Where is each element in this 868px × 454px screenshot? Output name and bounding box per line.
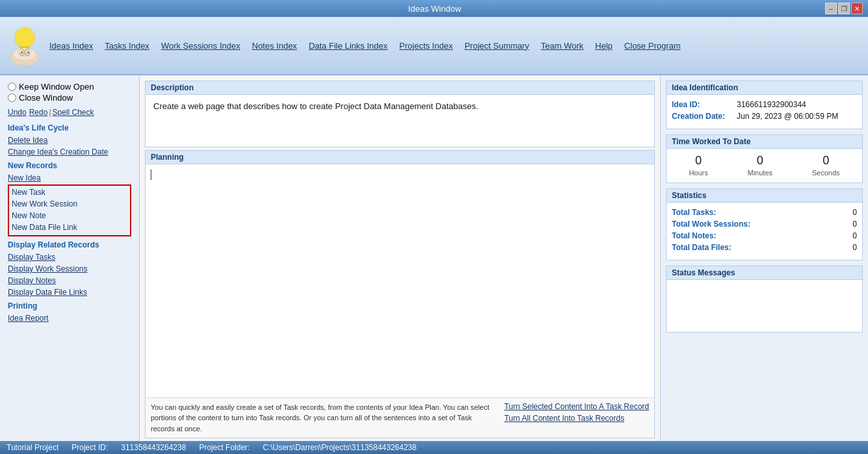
nav-ideas-index[interactable]: Ideas Index	[49, 41, 93, 51]
turn-selected-link[interactable]: Turn Selected Content Into A Task Record	[504, 402, 649, 411]
minutes-label: Minutes	[747, 169, 772, 177]
nav-close-program[interactable]: Close Program	[624, 41, 681, 51]
total-work-sessions-value: 0	[852, 220, 857, 229]
planning-section: Planning You can quickly and easily crea…	[145, 150, 655, 438]
seconds-unit: 0 Seconds	[812, 154, 840, 177]
printing-title: Printing	[8, 301, 131, 310]
planning-header: Planning	[146, 151, 654, 164]
new-note-link[interactable]: New Note	[12, 210, 127, 221]
nav-work-sessions-index[interactable]: Work Sessions Index	[161, 41, 240, 51]
seconds-value: 0	[812, 154, 840, 168]
total-notes-row: Total Notes: 0	[672, 231, 857, 240]
nav-projects-index[interactable]: Projects Index	[400, 41, 453, 51]
idea-id-label: Idea ID:	[672, 100, 737, 109]
keep-window-open-radio[interactable]	[8, 82, 16, 91]
display-tasks-link[interactable]: Display Tasks	[8, 252, 131, 262]
total-tasks-row: Total Tasks: 0	[672, 208, 857, 217]
hours-label: Hours	[689, 169, 708, 177]
total-work-sessions-row: Total Work Sessions: 0	[672, 220, 857, 229]
project-folder-label: Project Folder:	[199, 443, 249, 452]
close-window-label: Close Window	[19, 93, 73, 103]
total-tasks-value: 0	[852, 208, 857, 217]
window-mode-group: Keep Window Open Close Window	[8, 82, 131, 103]
planning-footer-links: Turn Selected Content Into A Task Record…	[504, 402, 649, 423]
redo-link[interactable]: Redo	[29, 108, 48, 117]
display-work-sessions-link[interactable]: Display Work Sessions	[8, 264, 131, 274]
keep-window-open-option[interactable]: Keep Window Open	[8, 82, 131, 92]
description-section: Description Create a web page that descr…	[145, 81, 655, 147]
planning-footer-text: You can quickly and easily create a set …	[151, 402, 491, 435]
change-creation-date-link[interactable]: Change Idea's Creation Date	[8, 147, 131, 157]
total-data-files-label: Total Data Files:	[672, 243, 732, 252]
idea-id-value: 3166611932900344	[737, 100, 806, 109]
new-idea-link[interactable]: New Idea	[8, 173, 131, 183]
window-title: Ideas Window	[44, 4, 825, 14]
undo-link[interactable]: Undo	[8, 108, 27, 117]
statistics-title: Statistics	[667, 189, 862, 203]
turn-all-link[interactable]: Turn All Content Into Task Records	[504, 414, 649, 423]
status-bar: Tutorial Project Project ID: 31135844326…	[0, 441, 868, 454]
restore-button[interactable]: ❐	[838, 3, 850, 14]
close-window-option[interactable]: Close Window	[8, 93, 131, 103]
status-messages-card: Status Messages	[666, 266, 863, 333]
idea-report-link[interactable]: Idea Report	[8, 313, 131, 323]
total-notes-label: Total Notes:	[672, 231, 716, 240]
status-messages-body	[667, 280, 862, 332]
nav-help[interactable]: Help	[595, 41, 613, 51]
main-window: Ideas Window – ❐ ✕	[0, 0, 868, 454]
statistics-body: Total Tasks: 0 Total Work Sessions: 0 To…	[667, 203, 862, 260]
text-cursor	[151, 170, 151, 180]
project-id-value: 311358443264238	[121, 443, 186, 452]
new-task-link[interactable]: New Task	[12, 187, 127, 197]
time-worked-title: Time Worked To Date	[667, 135, 862, 149]
planning-footer: You can quickly and easily create a set …	[146, 397, 654, 438]
display-notes-link[interactable]: Display Notes	[8, 275, 131, 286]
svg-point-0	[14, 27, 35, 48]
main-area: Keep Window Open Close Window Undo Redo …	[0, 75, 868, 441]
total-tasks-label: Total Tasks:	[672, 208, 716, 217]
project-name: Tutorial Project	[6, 443, 58, 452]
project-folder-value: C:\Users\Darren\Projects\311358443264238	[262, 443, 416, 452]
svg-point-10	[27, 51, 29, 53]
statistics-card: Statistics Total Tasks: 0 Total Work Ses…	[666, 188, 863, 260]
time-worked-body: 0 Hours 0 Minutes 0 Seconds	[667, 149, 862, 183]
display-related-title: Display Related Records	[8, 240, 131, 249]
edit-tools: Undo Redo | Spell Check	[8, 108, 131, 117]
nav-data-file-links-index[interactable]: Data File Links Index	[309, 41, 387, 51]
close-window-radio[interactable]	[8, 94, 16, 102]
description-header: Description	[146, 81, 654, 95]
planning-content[interactable]	[146, 164, 654, 397]
keep-window-open-label: Keep Window Open	[19, 82, 94, 92]
total-data-files-row: Total Data Files: 0	[672, 243, 857, 252]
idea-identification-card: Idea Identification Idea ID: 31666119329…	[666, 81, 863, 129]
total-work-sessions-label: Total Work Sessions:	[672, 220, 750, 229]
content-area: Description Create a web page that descr…	[140, 75, 660, 441]
status-messages-title: Status Messages	[667, 266, 862, 280]
nav-team-work[interactable]: Team Work	[541, 41, 584, 51]
seconds-label: Seconds	[812, 169, 840, 177]
new-records-title: New Records	[8, 161, 131, 170]
new-work-session-link[interactable]: New Work Session	[12, 199, 127, 209]
close-button[interactable]: ✕	[851, 3, 863, 14]
new-data-file-link-link[interactable]: New Data File Link	[12, 222, 127, 233]
title-bar: Ideas Window – ❐ ✕	[0, 0, 868, 17]
nav-notes-index[interactable]: Notes Index	[252, 41, 297, 51]
nav-links: Ideas Index Tasks Index Work Sessions In…	[49, 41, 681, 51]
nav-bar: Ideas Index Tasks Index Work Sessions In…	[0, 17, 868, 75]
minimize-button[interactable]: –	[825, 3, 837, 14]
total-data-files-value: 0	[852, 243, 857, 252]
window-controls: – ❐ ✕	[825, 3, 863, 14]
highlighted-new-records: New Task New Work Session New Note New D…	[8, 184, 131, 236]
delete-idea-link[interactable]: Delete Idea	[8, 135, 131, 145]
nav-project-summary[interactable]: Project Summary	[465, 41, 530, 51]
right-panel: Idea Identification Idea ID: 31666119329…	[660, 75, 868, 441]
creation-date-row: Creation Date: Jun 29, 2023 @ 06:00:59 P…	[672, 112, 857, 121]
display-data-file-links-link[interactable]: Display Data File Links	[8, 287, 131, 297]
nav-tasks-index[interactable]: Tasks Index	[105, 41, 149, 51]
content-main: Description Create a web page that descr…	[140, 75, 660, 441]
idea-id-row: Idea ID: 3166611932900344	[672, 100, 857, 109]
description-text[interactable]: Create a web page that describes how to …	[146, 95, 654, 147]
spell-check-link[interactable]: Spell Check	[53, 108, 94, 117]
svg-point-9	[21, 51, 22, 53]
hours-unit: 0 Hours	[689, 154, 708, 177]
